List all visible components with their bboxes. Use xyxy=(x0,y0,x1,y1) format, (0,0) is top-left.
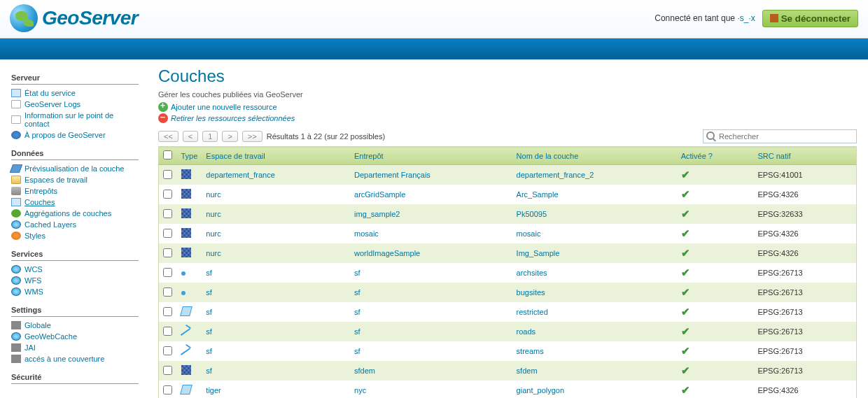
store-link[interactable]: Departement Français xyxy=(354,171,430,179)
layer-name-link[interactable]: roads xyxy=(517,327,536,336)
sidebar-item-label[interactable]: JAI xyxy=(24,343,36,352)
col-workspace[interactable]: Espace de travail xyxy=(206,152,265,160)
store-link[interactable]: sf xyxy=(354,347,360,355)
workspace-link[interactable]: nurc xyxy=(206,249,220,257)
workspace-link[interactable]: tiger xyxy=(206,386,220,395)
store-link[interactable]: sf xyxy=(354,308,360,316)
workspace-link[interactable]: sf xyxy=(206,269,212,277)
sidebar-item-label[interactable]: Cached Layers xyxy=(24,220,76,229)
sidebar-item-label[interactable]: Styles xyxy=(24,232,46,240)
pager-prev[interactable]: < xyxy=(183,131,198,142)
store-link[interactable]: worldImageSample xyxy=(354,249,420,257)
sidebar-item-label[interactable]: accés à une couverture xyxy=(24,355,104,363)
sidebar-item[interactable]: Entrepôts xyxy=(11,185,139,197)
sidebar-item[interactable]: Prévisualisation de la couche xyxy=(11,163,139,174)
workspace-link[interactable]: sf xyxy=(206,308,212,316)
store-link[interactable]: sf xyxy=(354,327,360,336)
store-link[interactable]: sf xyxy=(354,269,360,277)
row-checkbox[interactable] xyxy=(163,229,172,238)
sidebar-item[interactable]: Styles xyxy=(11,230,139,241)
sidebar-item[interactable]: À propos de GeoServer xyxy=(11,129,139,141)
layer-name-link[interactable]: mosaic xyxy=(517,229,541,238)
sidebar-item[interactable]: Cached Layers xyxy=(11,219,139,230)
sidebar-item[interactable]: JAI xyxy=(11,342,139,353)
sidebar-item[interactable]: WMS xyxy=(11,286,139,297)
sidebar-item[interactable]: Globale xyxy=(11,320,139,331)
workspace-link[interactable]: departement_france xyxy=(206,171,274,179)
col-name[interactable]: Nom de la couche xyxy=(517,152,579,160)
row-checkbox[interactable] xyxy=(163,346,172,355)
logout-button[interactable]: Se déconnecter xyxy=(762,10,858,27)
workspace-link[interactable]: nurc xyxy=(206,210,220,218)
sidebar-item[interactable]: accés à une couverture xyxy=(11,353,139,364)
row-checkbox[interactable] xyxy=(163,268,172,277)
sidebar-item-label[interactable]: GeoWebCache xyxy=(24,332,77,341)
sidebar-item[interactable]: WFS xyxy=(11,275,139,286)
col-type[interactable]: Type xyxy=(181,152,198,160)
col-srs[interactable]: SRC natif xyxy=(757,152,790,160)
pager-next[interactable]: > xyxy=(222,131,237,142)
sidebar-item-label[interactable]: Couches xyxy=(24,198,55,206)
remove-resource-link[interactable]: Retirer les ressources sélectionnées xyxy=(171,114,295,122)
row-checkbox[interactable] xyxy=(163,366,172,375)
layer-name-link[interactable]: Pk50095 xyxy=(517,210,547,218)
layer-name-link[interactable]: Arc_Sample xyxy=(517,190,559,199)
sidebar-item[interactable]: Couches xyxy=(11,197,139,208)
layer-name-link[interactable]: streams xyxy=(517,347,544,355)
sidebar-item-label[interactable]: GeoServer Logs xyxy=(24,100,80,108)
workspace-link[interactable]: sf xyxy=(206,288,212,297)
store-link[interactable]: arcGridSample xyxy=(354,190,405,199)
layer-name-link[interactable]: archsites xyxy=(517,269,547,277)
workspace-link[interactable]: sf xyxy=(206,347,212,355)
row-checkbox[interactable] xyxy=(163,248,172,257)
sidebar-item[interactable]: Aggrégations de couches xyxy=(11,208,139,219)
pager-first[interactable]: << xyxy=(158,131,178,142)
store-link[interactable]: sf xyxy=(354,288,360,297)
sidebar-item-label[interactable]: État du service xyxy=(24,89,76,97)
sidebar-item-label[interactable]: WCS xyxy=(24,265,43,273)
sidebar-item-label[interactable]: Aggrégations de couches xyxy=(24,209,111,218)
workspace-link[interactable]: sf xyxy=(206,367,212,375)
pager-last[interactable]: >> xyxy=(242,131,262,142)
layer-name-link[interactable]: restricted xyxy=(517,308,548,316)
select-all-checkbox[interactable] xyxy=(163,150,172,159)
sidebar-item[interactable]: Espaces de travail xyxy=(11,174,139,185)
row-checkbox[interactable] xyxy=(163,287,172,297)
row-checkbox[interactable] xyxy=(163,190,172,199)
add-resource-link[interactable]: Ajouter une nouvelle ressource xyxy=(171,103,277,111)
workspace-link[interactable]: sf xyxy=(206,327,212,336)
workspace-link[interactable]: nurc xyxy=(206,190,220,199)
col-store[interactable]: Entrepôt xyxy=(354,152,384,160)
store-link[interactable]: sfdem xyxy=(354,367,375,375)
layer-name-link[interactable]: Img_Sample xyxy=(517,249,560,257)
sidebar-item-label[interactable]: Information sur le point de contact xyxy=(24,111,139,128)
store-link[interactable]: mosaic xyxy=(354,229,379,238)
sidebar-item[interactable]: GeoWebCache xyxy=(11,331,139,342)
sidebar-item[interactable]: GeoServer Logs xyxy=(11,99,139,110)
pager-page[interactable]: 1 xyxy=(202,131,218,142)
col-enabled[interactable]: Activée ? xyxy=(681,152,713,160)
search-box[interactable] xyxy=(703,129,857,143)
sidebar-item-label[interactable]: Espaces de travail xyxy=(24,176,88,184)
sidebar-item[interactable]: État du service xyxy=(11,87,139,99)
sidebar-item-label[interactable]: WMS xyxy=(24,287,43,296)
row-checkbox[interactable] xyxy=(163,209,172,218)
sidebar-item-label[interactable]: Globale xyxy=(24,321,51,329)
sidebar-item-label[interactable]: WFS xyxy=(24,276,41,285)
sidebar-item[interactable]: WCS xyxy=(11,264,139,275)
sidebar-item-label[interactable]: À propos de GeoServer xyxy=(24,131,106,139)
sidebar-item-label[interactable]: Prévisualisation de la couche xyxy=(24,164,124,173)
row-checkbox[interactable] xyxy=(163,170,172,179)
layer-name-link[interactable]: bugsites xyxy=(517,288,545,297)
sidebar-item-label[interactable]: Entrepôts xyxy=(24,187,57,195)
layer-name-link[interactable]: departement_france_2 xyxy=(517,171,594,179)
store-link[interactable]: img_sample2 xyxy=(354,210,400,218)
sidebar-item[interactable]: Information sur le point de contact xyxy=(11,110,139,129)
layer-name-link[interactable]: sfdem xyxy=(517,367,538,375)
search-input[interactable] xyxy=(716,132,853,141)
row-checkbox[interactable] xyxy=(163,327,172,336)
layer-name-link[interactable]: giant_polygon xyxy=(517,386,565,395)
store-link[interactable]: nyc xyxy=(354,386,366,395)
username-link[interactable]: ·s_·x xyxy=(737,13,755,23)
logo[interactable]: GeoServer xyxy=(10,4,138,32)
